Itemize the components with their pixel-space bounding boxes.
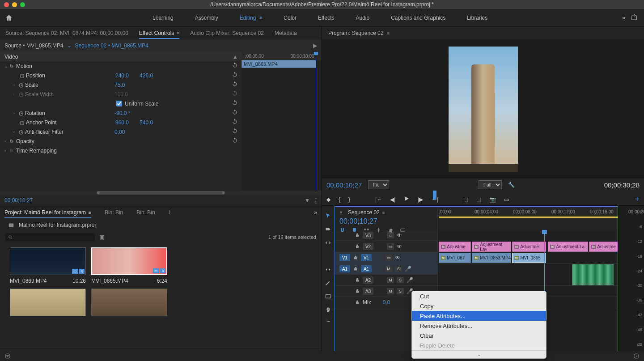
step-back-icon[interactable]: ◀| — [390, 196, 395, 203]
track-v1[interactable]: V1V1▭👁 — [335, 252, 437, 263]
maximize-window[interactable] — [20, 2, 25, 7]
export-frame-icon[interactable]: 📷 — [489, 196, 496, 203]
close-sequence[interactable]: × — [339, 209, 343, 216]
context-copy[interactable]: Copy — [412, 301, 546, 311]
reset-icon[interactable] — [232, 72, 238, 79]
timeline-ruler[interactable]: ;00;00 00;00;04;00 00;00;08;00 00;00;12;… — [438, 207, 618, 217]
ripple-edit-tool[interactable] — [324, 238, 332, 246]
project-item[interactable] — [10, 289, 86, 316]
program-video[interactable] — [449, 47, 518, 172]
panel-overflow[interactable]: » — [314, 209, 317, 216]
scale-value[interactable]: 75,0 — [114, 82, 125, 88]
context-remove-attributes[interactable]: Remove Attributes... — [412, 321, 546, 331]
video-section: Video — [4, 54, 94, 60]
context-scroll-down[interactable]: ⌄ — [412, 350, 546, 358]
context-cut[interactable]: Cut — [412, 291, 546, 301]
workspace-learning[interactable]: Learning — [153, 15, 174, 21]
play-icon[interactable] — [403, 195, 410, 203]
uniform-scale-checkbox[interactable] — [116, 101, 122, 106]
tab-metadata[interactable]: Metadata — [275, 30, 297, 36]
type-tool[interactable] — [324, 319, 332, 327]
track-select-tool[interactable] — [324, 225, 332, 233]
position-x[interactable]: 240,0 — [115, 72, 129, 79]
context-paste-attributes[interactable]: Paste Attributes... — [412, 311, 546, 321]
effect-mini-timeline[interactable]: ;00;08;0000;00;10;00 MVI_0865.MP4 — [242, 52, 322, 191]
reset-icon[interactable] — [232, 62, 238, 70]
opacity-effect[interactable]: Opacity — [16, 138, 106, 144]
context-ripple-delete: Ripple Delete — [412, 340, 546, 350]
go-to-in-icon[interactable]: |← — [375, 196, 382, 203]
pen-tool[interactable] — [324, 279, 332, 287]
audio-clip[interactable] — [572, 264, 614, 285]
search-input[interactable] — [5, 233, 95, 241]
workspace-overflow[interactable]: » — [622, 15, 625, 21]
slip-tool[interactable] — [324, 265, 332, 273]
stopwatch-icon[interactable]: ◷ — [20, 72, 26, 79]
extract-icon[interactable]: ⬚ — [476, 196, 481, 203]
out-point-icon[interactable]: } — [348, 196, 350, 203]
add-button-icon[interactable]: + — [635, 195, 640, 204]
filter-icon[interactable]: ▼ — [305, 197, 310, 204]
workspace-captions[interactable]: Captions and Graphics — [391, 15, 445, 21]
wrench-icon[interactable]: 🔧 — [508, 182, 515, 188]
track-a1[interactable]: A1A1MS🎤 — [335, 263, 437, 275]
workspace-editing[interactable]: Editing≡ — [240, 15, 263, 21]
settings-icon[interactable] — [388, 227, 394, 233]
tab-project[interactable]: Project: Malmö Reel for Instagram≡ — [4, 209, 91, 218]
ec-timecode[interactable]: 00;00;10;27 — [4, 197, 33, 204]
lift-icon[interactable]: ⬚ — [463, 196, 468, 203]
motion-effect[interactable]: Motion — [16, 63, 106, 69]
mic-icon[interactable]: 🎤 — [407, 277, 413, 283]
workspace-effects[interactable]: Effects — [318, 15, 334, 21]
close-window[interactable] — [4, 2, 9, 7]
comparison-icon[interactable]: ▭ — [504, 196, 509, 203]
project-item[interactable]: ▭♫ MVI_0865.MP46:24 — [91, 247, 167, 284]
step-forward-icon[interactable]: |▶ — [418, 196, 423, 203]
info-icon[interactable] — [633, 353, 640, 359]
time-remapping-effect[interactable]: Time Remapping — [16, 148, 106, 154]
mark-in-icon[interactable]: ◆ — [326, 196, 330, 203]
share-icon[interactable]: ⤴ — [314, 197, 317, 204]
twirl-icon[interactable]: ⌄ — [4, 64, 10, 68]
new-bin-icon[interactable]: ▣ — [99, 234, 104, 240]
track-v2[interactable]: V2▭👁 — [335, 241, 437, 252]
tab-source[interactable]: Source: Sequence 02: MVI_0874.MP4: 00;00… — [5, 30, 128, 36]
timeline-timecode[interactable]: 00;00;10;27 — [339, 217, 433, 225]
rectangle-tool[interactable] — [324, 292, 332, 300]
mic-icon[interactable]: 🎤 — [405, 266, 411, 272]
zoom-fit-select[interactable]: Fit — [368, 180, 389, 189]
in-point-icon[interactable]: { — [339, 196, 340, 203]
cc-icon[interactable] — [400, 227, 406, 233]
magnet-icon[interactable] — [352, 227, 357, 233]
chevron-down-icon[interactable]: ⌄ — [67, 42, 72, 49]
hand-tool[interactable] — [324, 306, 332, 314]
minimize-window[interactable] — [12, 2, 17, 7]
razor-tool[interactable] — [324, 252, 332, 260]
share-button[interactable] — [631, 13, 638, 22]
workspace-audio[interactable]: Audio — [356, 15, 369, 21]
workspace-color[interactable]: Color — [284, 15, 297, 21]
project-item[interactable]: ▭♫ MVI_0869.MP410:26 — [10, 247, 86, 284]
tab-audio-mixer[interactable]: Audio Clip Mixer: Sequence 02 — [190, 30, 264, 36]
tab-bin-1[interactable]: Bin: Bin — [105, 209, 123, 216]
eye-icon[interactable]: 👁 — [397, 232, 403, 238]
snap-icon[interactable] — [339, 227, 345, 233]
program-timecode[interactable]: 00;00;10;27 — [326, 181, 362, 189]
project-item[interactable] — [91, 289, 167, 316]
rotation-value[interactable]: -90,0 ° — [114, 110, 130, 116]
track-a2[interactable]: A2MS🎤 — [335, 275, 437, 286]
linked-selection-icon[interactable] — [364, 227, 369, 233]
resolution-select[interactable]: Full — [479, 180, 502, 189]
workspace-libraries[interactable]: Libraries — [467, 15, 487, 21]
workspace-assembly[interactable]: Assembly — [195, 15, 218, 21]
cloud-sync-icon[interactable] — [4, 353, 11, 359]
position-y[interactable]: 426,0 — [140, 72, 153, 79]
sequence-clip-label[interactable]: Sequence 02 • MVI_0865.MP4 — [75, 42, 148, 49]
project-file-icon — [8, 222, 14, 228]
tab-effect-controls[interactable]: Effect Controls≡ — [139, 30, 179, 39]
tab-bin-2[interactable]: Bin: Bin — [136, 209, 155, 216]
home-button[interactable] — [0, 14, 18, 22]
context-clear[interactable]: Clear — [412, 331, 546, 340]
marker-icon[interactable] — [376, 227, 381, 233]
selection-tool[interactable] — [324, 212, 332, 220]
